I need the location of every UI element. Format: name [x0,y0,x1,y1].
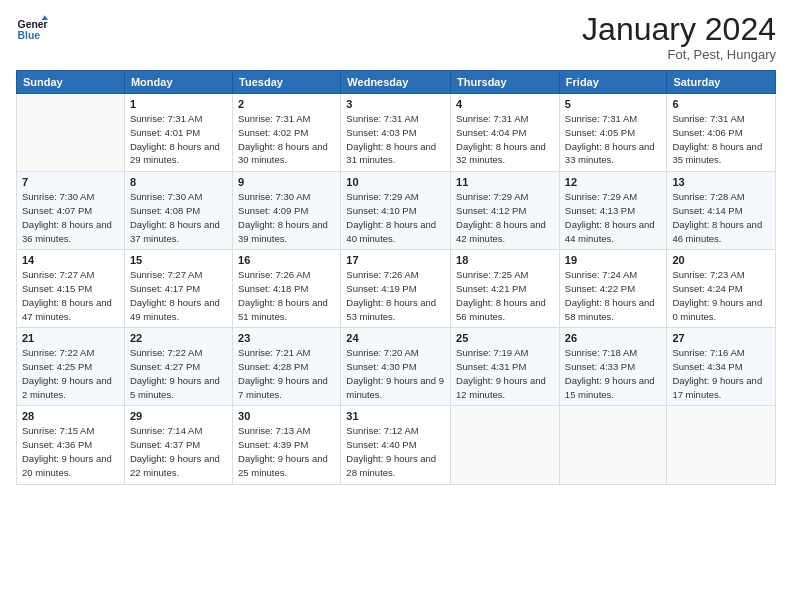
day-number: 13 [672,176,770,188]
day-info: Sunrise: 7:30 AM Sunset: 4:08 PM Dayligh… [130,190,227,245]
column-headers: SundayMondayTuesdayWednesdayThursdayFrid… [17,71,776,94]
col-header-thursday: Thursday [451,71,560,94]
day-info: Sunrise: 7:27 AM Sunset: 4:17 PM Dayligh… [130,268,227,323]
week-row-5: 28Sunrise: 7:15 AM Sunset: 4:36 PM Dayli… [17,406,776,484]
day-info: Sunrise: 7:21 AM Sunset: 4:28 PM Dayligh… [238,346,335,401]
calendar-cell: 11Sunrise: 7:29 AM Sunset: 4:12 PM Dayli… [451,172,560,250]
calendar-cell: 8Sunrise: 7:30 AM Sunset: 4:08 PM Daylig… [124,172,232,250]
day-info: Sunrise: 7:31 AM Sunset: 4:06 PM Dayligh… [672,112,770,167]
calendar-cell: 9Sunrise: 7:30 AM Sunset: 4:09 PM Daylig… [233,172,341,250]
logo: General Blue [16,12,48,44]
calendar-cell: 1Sunrise: 7:31 AM Sunset: 4:01 PM Daylig… [124,94,232,172]
day-info: Sunrise: 7:26 AM Sunset: 4:19 PM Dayligh… [346,268,445,323]
calendar-cell: 2Sunrise: 7:31 AM Sunset: 4:02 PM Daylig… [233,94,341,172]
day-info: Sunrise: 7:31 AM Sunset: 4:04 PM Dayligh… [456,112,554,167]
day-info: Sunrise: 7:29 AM Sunset: 4:12 PM Dayligh… [456,190,554,245]
week-row-2: 7Sunrise: 7:30 AM Sunset: 4:07 PM Daylig… [17,172,776,250]
calendar-cell: 27Sunrise: 7:16 AM Sunset: 4:34 PM Dayli… [667,328,776,406]
calendar-cell [451,406,560,484]
day-number: 7 [22,176,119,188]
day-info: Sunrise: 7:26 AM Sunset: 4:18 PM Dayligh… [238,268,335,323]
day-number: 31 [346,410,445,422]
day-info: Sunrise: 7:18 AM Sunset: 4:33 PM Dayligh… [565,346,662,401]
day-number: 30 [238,410,335,422]
day-number: 20 [672,254,770,266]
day-number: 3 [346,98,445,110]
col-header-sunday: Sunday [17,71,125,94]
day-number: 9 [238,176,335,188]
calendar-cell: 21Sunrise: 7:22 AM Sunset: 4:25 PM Dayli… [17,328,125,406]
calendar-cell: 30Sunrise: 7:13 AM Sunset: 4:39 PM Dayli… [233,406,341,484]
col-header-monday: Monday [124,71,232,94]
logo-icon: General Blue [16,12,48,44]
day-info: Sunrise: 7:19 AM Sunset: 4:31 PM Dayligh… [456,346,554,401]
calendar-cell: 18Sunrise: 7:25 AM Sunset: 4:21 PM Dayli… [451,250,560,328]
calendar-table: SundayMondayTuesdayWednesdayThursdayFrid… [16,70,776,484]
calendar-cell [559,406,667,484]
day-number: 5 [565,98,662,110]
day-info: Sunrise: 7:13 AM Sunset: 4:39 PM Dayligh… [238,424,335,479]
svg-text:Blue: Blue [18,30,41,41]
calendar-cell: 16Sunrise: 7:26 AM Sunset: 4:18 PM Dayli… [233,250,341,328]
day-info: Sunrise: 7:30 AM Sunset: 4:07 PM Dayligh… [22,190,119,245]
calendar-cell: 19Sunrise: 7:24 AM Sunset: 4:22 PM Dayli… [559,250,667,328]
svg-text:General: General [18,19,48,30]
calendar-cell: 22Sunrise: 7:22 AM Sunset: 4:27 PM Dayli… [124,328,232,406]
calendar-cell: 20Sunrise: 7:23 AM Sunset: 4:24 PM Dayli… [667,250,776,328]
header: General Blue January 2024 Fot, Pest, Hun… [16,12,776,62]
calendar-cell: 10Sunrise: 7:29 AM Sunset: 4:10 PM Dayli… [341,172,451,250]
calendar-cell: 4Sunrise: 7:31 AM Sunset: 4:04 PM Daylig… [451,94,560,172]
day-info: Sunrise: 7:28 AM Sunset: 4:14 PM Dayligh… [672,190,770,245]
calendar-cell: 3Sunrise: 7:31 AM Sunset: 4:03 PM Daylig… [341,94,451,172]
calendar-cell: 7Sunrise: 7:30 AM Sunset: 4:07 PM Daylig… [17,172,125,250]
col-header-saturday: Saturday [667,71,776,94]
day-number: 28 [22,410,119,422]
day-number: 2 [238,98,335,110]
day-number: 12 [565,176,662,188]
calendar-cell: 25Sunrise: 7:19 AM Sunset: 4:31 PM Dayli… [451,328,560,406]
day-number: 16 [238,254,335,266]
day-info: Sunrise: 7:12 AM Sunset: 4:40 PM Dayligh… [346,424,445,479]
calendar-body: 1Sunrise: 7:31 AM Sunset: 4:01 PM Daylig… [17,94,776,484]
day-info: Sunrise: 7:29 AM Sunset: 4:13 PM Dayligh… [565,190,662,245]
calendar-cell: 23Sunrise: 7:21 AM Sunset: 4:28 PM Dayli… [233,328,341,406]
calendar-cell: 6Sunrise: 7:31 AM Sunset: 4:06 PM Daylig… [667,94,776,172]
day-info: Sunrise: 7:27 AM Sunset: 4:15 PM Dayligh… [22,268,119,323]
calendar-cell: 13Sunrise: 7:28 AM Sunset: 4:14 PM Dayli… [667,172,776,250]
day-number: 24 [346,332,445,344]
calendar-cell [667,406,776,484]
day-info: Sunrise: 7:22 AM Sunset: 4:27 PM Dayligh… [130,346,227,401]
week-row-1: 1Sunrise: 7:31 AM Sunset: 4:01 PM Daylig… [17,94,776,172]
day-number: 17 [346,254,445,266]
calendar-cell: 14Sunrise: 7:27 AM Sunset: 4:15 PM Dayli… [17,250,125,328]
day-number: 23 [238,332,335,344]
day-info: Sunrise: 7:29 AM Sunset: 4:10 PM Dayligh… [346,190,445,245]
day-number: 10 [346,176,445,188]
day-info: Sunrise: 7:30 AM Sunset: 4:09 PM Dayligh… [238,190,335,245]
calendar-cell: 24Sunrise: 7:20 AM Sunset: 4:30 PM Dayli… [341,328,451,406]
day-number: 18 [456,254,554,266]
day-number: 27 [672,332,770,344]
day-info: Sunrise: 7:25 AM Sunset: 4:21 PM Dayligh… [456,268,554,323]
day-number: 15 [130,254,227,266]
week-row-3: 14Sunrise: 7:27 AM Sunset: 4:15 PM Dayli… [17,250,776,328]
col-header-wednesday: Wednesday [341,71,451,94]
calendar-cell: 17Sunrise: 7:26 AM Sunset: 4:19 PM Dayli… [341,250,451,328]
calendar-cell: 31Sunrise: 7:12 AM Sunset: 4:40 PM Dayli… [341,406,451,484]
calendar-cell [17,94,125,172]
calendar-cell: 28Sunrise: 7:15 AM Sunset: 4:36 PM Dayli… [17,406,125,484]
day-info: Sunrise: 7:31 AM Sunset: 4:02 PM Dayligh… [238,112,335,167]
day-info: Sunrise: 7:24 AM Sunset: 4:22 PM Dayligh… [565,268,662,323]
calendar-cell: 5Sunrise: 7:31 AM Sunset: 4:05 PM Daylig… [559,94,667,172]
calendar-cell: 15Sunrise: 7:27 AM Sunset: 4:17 PM Dayli… [124,250,232,328]
day-number: 4 [456,98,554,110]
location: Fot, Pest, Hungary [582,47,776,62]
day-number: 22 [130,332,227,344]
day-number: 1 [130,98,227,110]
day-info: Sunrise: 7:31 AM Sunset: 4:05 PM Dayligh… [565,112,662,167]
day-info: Sunrise: 7:31 AM Sunset: 4:01 PM Dayligh… [130,112,227,167]
month-title: January 2024 [582,12,776,47]
day-info: Sunrise: 7:23 AM Sunset: 4:24 PM Dayligh… [672,268,770,323]
day-number: 25 [456,332,554,344]
day-info: Sunrise: 7:31 AM Sunset: 4:03 PM Dayligh… [346,112,445,167]
